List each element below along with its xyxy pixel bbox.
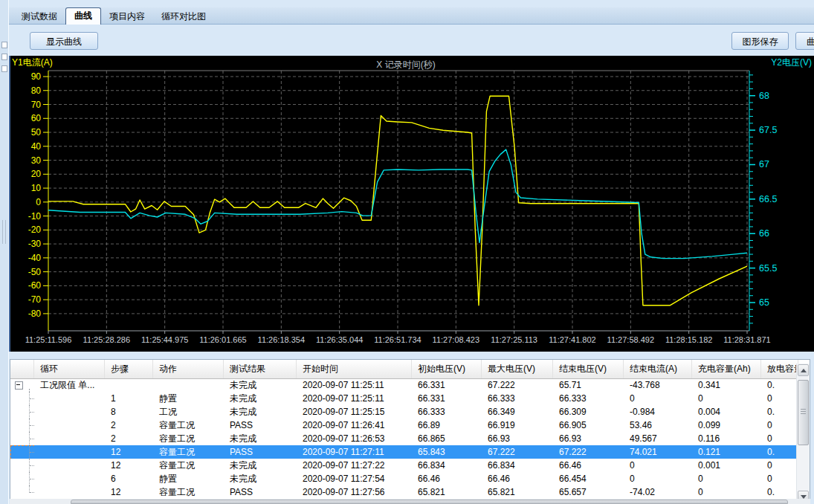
column-header-4[interactable]: 测试结果	[224, 360, 297, 378]
table-cell: 0.099	[692, 419, 761, 432]
column-header-11[interactable]: 放电容量(Ah)	[761, 360, 798, 378]
table-cell: 容量工况	[153, 459, 224, 472]
table-body: 工况限值 单...未完成2020-09-07 11:25:1166.33167.…	[10, 378, 797, 499]
hscroll-thumb[interactable]	[71, 500, 788, 504]
table-cell: 2020-09-07 11:26:41	[297, 419, 412, 432]
collapse-icon[interactable]	[15, 381, 23, 390]
table-cell: 未完成	[224, 405, 297, 419]
clipped-curve-button[interactable]: 曲	[795, 32, 814, 50]
splitter-grip[interactable]	[2, 220, 6, 244]
column-header-5[interactable]: 开始时间	[297, 360, 412, 378]
table-cell: 66.454	[553, 472, 624, 485]
horizontal-scrollbar[interactable]	[10, 499, 810, 504]
table-cell: 未完成	[224, 459, 297, 472]
save-graph-button[interactable]: 图形保存	[731, 32, 789, 50]
table-row[interactable]: 12容量工况PASS2020-09-07 11:27:5665.82165.82…	[10, 485, 797, 499]
table-row[interactable]: 12容量工况PASS2020-09-07 11:27:1165.84367.22…	[10, 445, 797, 459]
table-cell: 静置	[153, 392, 224, 405]
table-cell: 66.46	[412, 472, 482, 485]
table-cell: 66.46	[482, 472, 553, 485]
tree-cell	[10, 405, 34, 419]
tab-cycle-compare[interactable]: 循环对比图	[153, 9, 214, 24]
result-table: 循环步骤动作测试结果开始时间初始电压(V)最大电压(V)结束电压(V)结束电流(…	[10, 359, 810, 504]
svg-text:11:27:41.802: 11:27:41.802	[549, 335, 595, 344]
svg-text:-40: -40	[28, 253, 42, 263]
toolbar: 显示曲线 图形保存 曲	[9, 25, 814, 56]
tab-test-data[interactable]: 测试数据	[13, 9, 65, 24]
tree-cell	[10, 459, 34, 472]
table-cell: PASS	[224, 419, 297, 432]
svg-text:11:25:28.286: 11:25:28.286	[83, 335, 130, 344]
table-cell: 1	[105, 392, 153, 405]
column-header-1[interactable]: 循环	[34, 360, 105, 378]
table-cell: 66.333	[412, 405, 482, 419]
table-cell: 12	[105, 459, 153, 472]
show-curve-button[interactable]: 显示曲线	[30, 32, 98, 50]
svg-text:80: 80	[31, 85, 42, 96]
table-row[interactable]: 2容量工况PASS2020-09-07 11:26:4166.8966.9196…	[10, 419, 797, 432]
svg-text:70: 70	[31, 100, 42, 110]
table-cell: 66.333	[553, 392, 624, 405]
table-cell: 66.349	[482, 405, 553, 419]
svg-text:11:28:31.871: 11:28:31.871	[723, 335, 770, 344]
table-cell: 0	[692, 472, 761, 485]
table-cell: 容量工况	[153, 445, 224, 459]
table-cell: 66.331	[412, 392, 482, 405]
column-header-9[interactable]: 结束电流(A)	[624, 360, 692, 378]
column-header-0[interactable]	[10, 360, 34, 378]
svg-text:11:25:44.975: 11:25:44.975	[141, 335, 188, 344]
table-cell: -74.02	[624, 485, 692, 499]
table-cell: 65.71	[553, 378, 624, 392]
y1-axis-title: Y1电流(A)	[12, 57, 53, 68]
svg-text:11:27:25.113: 11:27:25.113	[491, 335, 537, 344]
svg-text:60: 60	[31, 113, 42, 123]
table-cell: 2020-09-07 11:26:53	[297, 432, 412, 445]
table-cell: 65.843	[412, 445, 482, 459]
table-cell: 66.89	[412, 419, 482, 432]
table-row[interactable]: 工况限值 单...未完成2020-09-07 11:25:1166.33167.…	[10, 378, 797, 392]
table-row[interactable]: 2容量工况未完成2020-09-07 11:26:5366.86566.9366…	[10, 432, 797, 445]
table-row[interactable]: 12容量工况未完成2020-09-07 11:27:2266.83466.834…	[10, 459, 797, 472]
table-row[interactable]: 8工况未完成2020-09-07 11:25:1566.33366.34966.…	[10, 405, 797, 419]
table-row[interactable]: 1静置未完成2020-09-07 11:25:1166.33166.33366.…	[10, 392, 797, 405]
svg-text:-60: -60	[28, 280, 42, 291]
table-cell: 66.93	[553, 432, 624, 445]
table-row[interactable]: 6静置未完成2020-09-07 11:27:5466.4666.4666.45…	[10, 472, 797, 485]
table-cell	[34, 459, 105, 472]
scroll-up-button[interactable]	[798, 364, 809, 376]
table-cell: 65.657	[553, 485, 624, 499]
tree-branch	[30, 412, 34, 413]
table-cell: 0.	[761, 405, 797, 419]
column-header-3[interactable]: 动作	[153, 360, 224, 378]
table-cell: 工况	[153, 405, 224, 419]
table-cell: 2020-09-07 11:25:15	[297, 405, 412, 419]
table-cell: 0	[692, 485, 761, 499]
svg-text:-30: -30	[28, 239, 42, 249]
curve-chart[interactable]: 9080706050403020100-10-20-30-40-50-60-70…	[10, 56, 814, 352]
table-cell: 未完成	[224, 392, 297, 405]
column-header-7[interactable]: 最大电压(V)	[482, 360, 553, 378]
column-header-8[interactable]: 结束电压(V)	[553, 360, 624, 378]
table-cell: 74.021	[624, 445, 692, 459]
table-cell: 2	[105, 432, 153, 445]
vertical-scrollbar[interactable]	[796, 364, 810, 503]
table-cell	[34, 445, 105, 459]
column-header-2[interactable]: 步骤	[105, 360, 153, 378]
scroll-thumb[interactable]	[798, 380, 809, 445]
column-header-6[interactable]: 初始电压(V)	[412, 360, 482, 378]
tab-curve[interactable]: 曲线	[65, 7, 101, 25]
svg-text:20: 20	[31, 169, 42, 179]
table-cell	[34, 432, 105, 445]
table-cell: 66.309	[553, 405, 624, 419]
tab-project-content[interactable]: 项目内容	[101, 9, 153, 24]
table-cell	[34, 405, 105, 419]
table-cell: PASS	[224, 445, 297, 459]
table-cell: 0.	[761, 485, 797, 499]
table-cell	[153, 378, 224, 392]
horizontal-splitter[interactable]	[9, 352, 814, 359]
svg-text:66: 66	[759, 228, 769, 239]
column-header-10[interactable]: 充电容量(Ah)	[692, 360, 761, 378]
panel-icon	[1, 65, 7, 72]
svg-text:68: 68	[759, 91, 769, 101]
table-cell: 0.	[761, 445, 797, 459]
